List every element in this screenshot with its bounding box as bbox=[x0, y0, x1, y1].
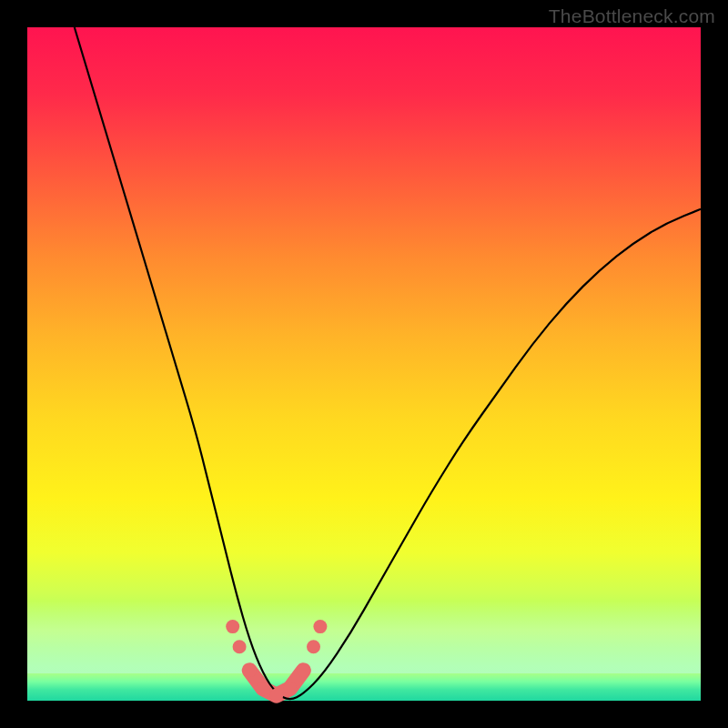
dip-marker-dot bbox=[283, 682, 297, 695]
watermark-text: TheBottleneck.com bbox=[549, 5, 715, 27]
dip-marker-dot bbox=[307, 640, 320, 653]
dip-marker-dot bbox=[226, 620, 239, 633]
chart-svg bbox=[27, 27, 701, 701]
bottleneck-curve bbox=[75, 27, 701, 699]
dip-marker-dot bbox=[257, 682, 270, 695]
dip-marker-dot bbox=[313, 620, 327, 633]
dip-marker-dot bbox=[233, 640, 247, 653]
dip-marker-dot bbox=[269, 689, 283, 703]
chart-plot-area bbox=[27, 27, 701, 701]
dip-marker-dot bbox=[243, 663, 257, 677]
dip-marker-dots bbox=[226, 620, 327, 702]
dip-marker-dot bbox=[297, 663, 310, 677]
